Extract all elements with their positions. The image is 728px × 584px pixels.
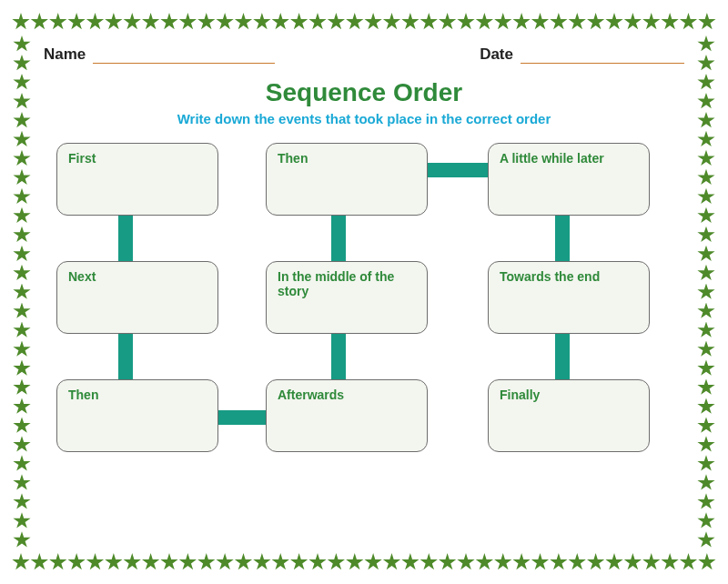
box-label: Afterwards — [278, 388, 344, 402]
box-label: Then — [278, 151, 308, 166]
box-label: First — [68, 151, 96, 166]
sequence-box-then-1[interactable]: Then — [266, 143, 428, 216]
worksheet: Name Date Sequence Order Write down the … — [38, 38, 690, 546]
date-input-line[interactable] — [521, 51, 684, 64]
name-field: Name — [44, 45, 275, 64]
box-label: Towards the end — [500, 269, 600, 284]
sequence-box-then-2[interactable]: Then — [56, 379, 218, 452]
meta-row: Name Date — [38, 38, 690, 64]
date-label: Date — [480, 45, 513, 64]
sequence-box-first[interactable]: First — [56, 143, 218, 216]
sequence-box-towards-end[interactable]: Towards the end — [488, 261, 650, 334]
box-label: Next — [68, 269, 96, 284]
page-subtitle: Write down the events that took place in… — [38, 111, 690, 126]
sequence-box-afterwards[interactable]: Afterwards — [266, 379, 428, 452]
box-label: Then — [68, 388, 98, 402]
box-label: A little while later — [500, 151, 604, 166]
sequence-diagram: First Then A little while later Next In … — [38, 143, 690, 488]
connector — [420, 163, 493, 177]
page-title: Sequence Order — [38, 78, 690, 107]
box-label: In the middle of the story — [278, 269, 394, 298]
sequence-box-finally[interactable]: Finally — [488, 379, 650, 452]
name-input-line[interactable] — [93, 51, 275, 64]
sequence-box-middle[interactable]: In the middle of the story — [266, 261, 428, 334]
sequence-box-next[interactable]: Next — [56, 261, 218, 334]
box-label: Finally — [500, 388, 540, 402]
sequence-box-a-little-while[interactable]: A little while later — [488, 143, 650, 216]
date-field: Date — [480, 45, 684, 64]
name-label: Name — [44, 45, 86, 64]
